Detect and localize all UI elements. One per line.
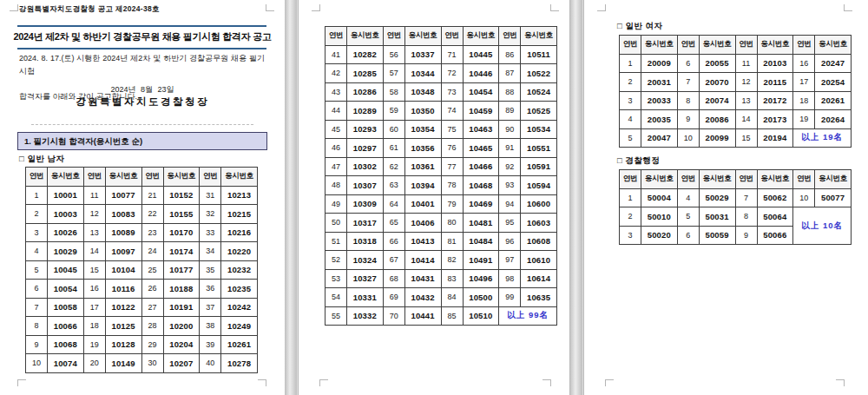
applicant-number-cell: 10524 — [521, 82, 557, 102]
serial-number-cell: 14 — [83, 242, 105, 261]
applicant-number-cell: 10317 — [347, 214, 384, 233]
applicant-number-cell: 10401 — [404, 194, 441, 214]
applicant-number-cell: 10293 — [347, 120, 384, 139]
serial-number-cell: 2 — [26, 205, 48, 224]
table-row: 1010074201014930102074010278 — [26, 354, 258, 373]
textarea-corner-mark — [312, 4, 320, 11]
notice-number: 강원특별자치도경찰청 공고 제2024-38호 — [19, 4, 160, 15]
applicant-number-cell: 10441 — [404, 306, 441, 326]
serial-number-cell: 1 — [26, 186, 48, 205]
applicant-number-cell: 10445 — [463, 45, 499, 64]
textarea-corner-mark — [844, 4, 852, 11]
serial-number-cell: 7 — [26, 298, 48, 317]
applicant-number-cell: 10331 — [347, 288, 384, 307]
serial-number-cell: 62 — [383, 157, 404, 176]
serial-number-cell: 15 — [735, 128, 757, 148]
label-general-male: □ 일반 남자 — [19, 154, 65, 165]
serial-number-cell: 16 — [83, 280, 105, 299]
applicant-number-cell: 10083 — [105, 205, 141, 224]
table-row: 510045151010425101773510232 — [26, 260, 258, 280]
table-row: 551033270104418510510以上 99名 — [326, 306, 557, 326]
total-count-cell: 以上 19名 — [793, 128, 852, 148]
column-header: 응시번호 — [404, 27, 441, 46]
serial-number-cell: 17 — [83, 298, 105, 317]
table-row: 1500044500297500621050077 — [620, 188, 852, 207]
column-header: 연번 — [677, 36, 699, 55]
serial-number-cell: 34 — [200, 242, 221, 261]
column-header: 응시번호 — [699, 170, 735, 189]
applicant-number-cell: 10318 — [347, 232, 384, 251]
applicant-number-cell: 10350 — [404, 102, 441, 121]
textarea-corner-mark — [258, 379, 266, 386]
applicant-number-cell: 10600 — [521, 194, 557, 214]
applicant-number-cell: 10213 — [221, 186, 258, 205]
applicant-number-cell: 50004 — [641, 188, 678, 207]
table-row: 250010550031850064以上 10名 — [620, 207, 852, 227]
textarea-corner-mark — [17, 379, 26, 386]
applicant-number-cell: 20261 — [815, 91, 852, 110]
column-header: 응시번호 — [221, 168, 258, 187]
textarea-corner-mark — [10, 4, 18, 11]
serial-number-cell: 66 — [383, 232, 404, 251]
column-header: 연번 — [677, 170, 699, 189]
applicant-number-cell: 10089 — [105, 223, 141, 242]
column-header: 응시번호 — [641, 36, 678, 55]
applicant-number-cell: 10204 — [163, 335, 200, 354]
column-header: 연번 — [735, 170, 757, 189]
applicant-number-cell: 10285 — [347, 64, 384, 83]
applicant-number-cell: 50059 — [699, 226, 735, 245]
applicant-number-cell: 20173 — [757, 110, 793, 129]
table-row: 4610297611035676104659110551 — [326, 139, 557, 158]
applicant-number-cell: 10188 — [163, 280, 200, 299]
serial-number-cell: 5 — [26, 260, 48, 280]
applicant-number-cell: 10191 — [163, 298, 200, 317]
serial-number-cell: 44 — [326, 102, 347, 121]
serial-number-cell: 16 — [793, 54, 815, 73]
applicant-number-cell: 10496 — [463, 269, 499, 288]
applicant-number-cell: 10045 — [48, 260, 84, 280]
serial-number-cell: 15 — [83, 260, 105, 280]
column-header: 연번 — [26, 168, 48, 187]
applicant-number-cell: 20074 — [699, 91, 735, 110]
column-header: 응시번호 — [463, 27, 499, 46]
serial-number-cell: 55 — [326, 306, 347, 326]
serial-number-cell: 61 — [383, 139, 404, 158]
column-header: 연번 — [326, 27, 347, 46]
serial-number-cell: 32 — [200, 205, 221, 224]
column-header: 연번 — [620, 170, 641, 189]
serial-number-cell: 54 — [326, 288, 347, 307]
serial-number-cell: 64 — [383, 194, 404, 214]
applicant-number-cell: 20254 — [815, 73, 852, 92]
applicant-number-cell: 20031 — [641, 73, 678, 92]
serial-number-cell: 49 — [326, 194, 347, 214]
applicant-number-cell: 10337 — [404, 45, 441, 64]
general-male-table-page1: 연번응시번호연번응시번호연번응시번호연번응시번호1100011110077211… — [25, 167, 258, 373]
textarea-corner-mark — [597, 4, 606, 11]
applicant-number-cell: 10216 — [221, 223, 258, 242]
label-general-female: □ 일반 여자 — [617, 21, 663, 32]
serial-number-cell: 28 — [141, 317, 163, 336]
table-row: 22003172007012201151720254 — [620, 73, 852, 92]
applicant-number-cell: 10054 — [48, 280, 84, 299]
applicant-number-cell: 50077 — [815, 188, 852, 207]
applicant-number-cell: 50066 — [757, 226, 793, 245]
applicant-number-cell: 50031 — [699, 207, 735, 227]
applicant-number-cell: 20099 — [699, 128, 735, 148]
serial-number-cell: 40 — [200, 354, 221, 373]
serial-number-cell: 9 — [677, 110, 699, 129]
serial-number-cell: 38 — [200, 317, 221, 336]
serial-number-cell: 14 — [735, 110, 757, 129]
serial-number-cell: 1 — [620, 54, 641, 73]
applicant-number-cell: 20086 — [699, 110, 735, 129]
applicant-number-cell: 10522 — [521, 64, 557, 83]
applicant-number-cell: 20033 — [641, 91, 678, 110]
serial-number-cell: 68 — [383, 269, 404, 288]
applicant-number-cell: 20194 — [757, 128, 793, 148]
serial-number-cell: 89 — [499, 102, 521, 121]
applicant-number-cell: 10594 — [521, 176, 557, 195]
applicant-number-cell: 10282 — [347, 45, 384, 64]
serial-number-cell: 73 — [441, 82, 463, 102]
serial-number-cell: 50 — [326, 214, 347, 233]
applicant-number-cell: 10484 — [463, 232, 499, 251]
serial-number-cell: 43 — [326, 82, 347, 102]
